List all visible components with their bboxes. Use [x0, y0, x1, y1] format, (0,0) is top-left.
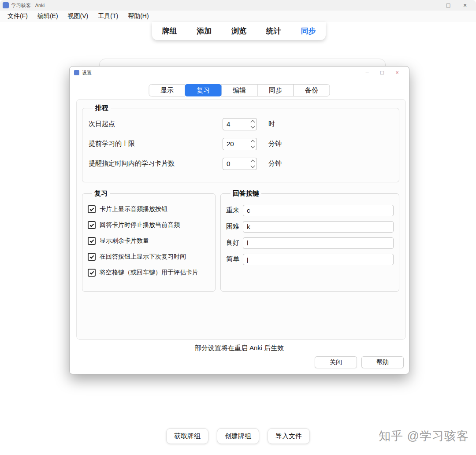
- next-day-start-label: 次日起点: [89, 120, 223, 128]
- show-audio-buttons-row: 卡片上显示音频播放按钮: [88, 201, 215, 217]
- show-remaining-count-checkbox[interactable]: [88, 237, 96, 245]
- settings-tab-edit[interactable]: 编辑: [221, 84, 258, 96]
- chevron-down-icon: [250, 144, 255, 148]
- tab-stats[interactable]: 统计: [264, 26, 284, 36]
- menu-file[interactable]: 文件(F): [3, 11, 33, 22]
- show-audio-buttons-checkbox[interactable]: [88, 205, 96, 213]
- create-deck-button[interactable]: 创建牌组: [217, 428, 259, 444]
- again-key-label: 重来: [226, 206, 243, 215]
- dialog-titlebar: 设置 – □ ×: [70, 67, 409, 79]
- watermark-text: 知乎 @学习骇客: [379, 428, 469, 444]
- easy-key-row: 简单: [226, 251, 394, 267]
- get-shared-decks-button[interactable]: 获取牌组: [166, 428, 208, 444]
- timebox-spinner[interactable]: [223, 158, 257, 170]
- dialog-maximize-icon[interactable]: □: [375, 68, 390, 77]
- main-titlebar: 学习骇客 - Anki – □ ×: [0, 0, 476, 11]
- menu-edit[interactable]: 编辑(E): [33, 11, 63, 22]
- stop-audio-on-answer-label: 回答卡片时停止播放当前音频: [100, 221, 180, 229]
- timebox-unit: 分钟: [268, 159, 282, 168]
- close-button[interactable]: 关闭: [315, 356, 357, 368]
- show-remaining-count-label: 显示剩余卡片数量: [100, 237, 149, 245]
- settings-tab-backup[interactable]: 备份: [294, 84, 330, 96]
- good-key-row: 良好: [226, 235, 394, 251]
- good-key-label: 良好: [226, 239, 243, 247]
- menu-tools[interactable]: 工具(T): [93, 11, 123, 22]
- tab-browse[interactable]: 浏览: [229, 26, 249, 36]
- timebox-row: 提醒指定时间内的学习卡片数 分钟: [89, 154, 399, 174]
- spacebar-rates-card-label: 将空格键（或回车键）用于评估卡片: [100, 269, 198, 277]
- stop-audio-on-answer-checkbox[interactable]: [88, 221, 96, 229]
- checkmark-icon: [90, 239, 94, 243]
- learn-ahead-unit: 分钟: [268, 140, 282, 148]
- spin-up-button[interactable]: [249, 158, 257, 164]
- anki-app-icon: [3, 2, 9, 8]
- restart-required-note: 部分设置将在重启 Anki 后生效: [70, 344, 409, 352]
- next-day-start-row: 次日起点 时: [89, 114, 399, 134]
- help-button[interactable]: 帮助: [361, 356, 404, 368]
- dialog-title: 设置: [82, 70, 92, 76]
- learn-ahead-spinner[interactable]: [223, 138, 257, 150]
- tab-sync[interactable]: 同步: [298, 26, 319, 36]
- hard-key-row: 困难: [226, 218, 394, 235]
- spin-up-button[interactable]: [249, 118, 257, 124]
- learn-ahead-label: 提前学习的上限: [89, 140, 223, 148]
- show-next-review-time-checkbox[interactable]: [88, 253, 96, 261]
- spin-down-button[interactable]: [249, 164, 257, 170]
- dialog-window-controls: – □ ×: [360, 68, 405, 77]
- main-window-title: 学习骇客 - Anki: [11, 2, 45, 9]
- dialog-minimize-icon[interactable]: –: [360, 68, 375, 77]
- spacebar-rates-card-row: 将空格键（或回车键）用于评估卡片: [88, 265, 215, 281]
- close-icon[interactable]: ×: [457, 0, 473, 10]
- spin-buttons: [249, 138, 257, 150]
- show-remaining-count-row: 显示剩余卡片数量: [88, 233, 215, 249]
- scheduling-group-title: 排程: [93, 104, 111, 112]
- spin-buttons: [249, 118, 257, 130]
- tab-decks[interactable]: 牌组: [159, 26, 179, 36]
- show-next-review-time-row: 在回答按钮上显示下次复习时间: [88, 249, 215, 265]
- dialog-close-icon[interactable]: ×: [390, 68, 405, 77]
- timebox-label: 提醒指定时间内的学习卡片数: [89, 159, 223, 168]
- settings-tab-review[interactable]: 复习: [185, 84, 222, 96]
- spin-down-button[interactable]: [249, 144, 257, 150]
- import-file-button[interactable]: 导入文件: [268, 428, 310, 444]
- settings-page-panel: 排程 次日起点 时 提前学习的上限: [76, 99, 406, 340]
- checkmark-icon: [90, 207, 94, 211]
- scheduling-groupbox: 排程 次日起点 时 提前学习的上限: [82, 104, 399, 182]
- review-groupbox: 复习 卡片上显示音频播放按钮 回答卡片时停止播放当前音频 显示剩余卡片数量 在回…: [82, 189, 216, 292]
- learn-ahead-input[interactable]: [223, 138, 249, 150]
- chevron-down-icon: [250, 124, 255, 128]
- tab-add[interactable]: 添加: [194, 26, 214, 36]
- easy-key-input[interactable]: [243, 254, 394, 265]
- main-window-controls: – □ ×: [423, 0, 473, 10]
- next-day-start-spinner[interactable]: [223, 118, 257, 130]
- stop-audio-on-answer-row: 回答卡片时停止播放当前音频: [88, 217, 215, 233]
- spin-up-button[interactable]: [249, 138, 257, 144]
- timebox-input[interactable]: [223, 158, 249, 170]
- hard-key-input[interactable]: [243, 221, 394, 233]
- checkmark-icon: [90, 223, 94, 227]
- menu-view[interactable]: 视图(V): [63, 11, 93, 22]
- answer-keys-group-title: 回答按键: [231, 189, 261, 198]
- learn-ahead-row: 提前学习的上限 分钟: [89, 134, 399, 154]
- settings-tab-display[interactable]: 显示: [149, 84, 186, 96]
- next-day-start-unit: 时: [268, 120, 275, 128]
- spin-buttons: [249, 158, 257, 170]
- spacebar-rates-card-checkbox[interactable]: [88, 269, 96, 277]
- next-day-start-input[interactable]: [223, 118, 249, 130]
- minimize-icon[interactable]: –: [423, 0, 440, 10]
- show-audio-buttons-label: 卡片上显示音频播放按钮: [100, 205, 167, 213]
- good-key-input[interactable]: [243, 237, 394, 249]
- hard-key-label: 困难: [226, 222, 243, 231]
- again-key-input[interactable]: [243, 205, 394, 216]
- main-tab-bar: 牌组 添加 浏览 统计 同步: [152, 22, 326, 40]
- settings-tab-bar: 显示 复习 编辑 同步 备份: [149, 84, 330, 96]
- maximize-icon[interactable]: □: [440, 0, 457, 10]
- again-key-row: 重来: [226, 202, 394, 218]
- menu-help[interactable]: 帮助(H): [123, 11, 153, 22]
- easy-key-label: 简单: [226, 255, 243, 263]
- settings-tab-sync[interactable]: 同步: [257, 84, 294, 96]
- checkmark-icon: [90, 270, 94, 275]
- spin-down-button[interactable]: [249, 124, 257, 130]
- review-group-title: 复习: [92, 189, 110, 198]
- main-menubar: 文件(F) 编辑(E) 视图(V) 工具(T) 帮助(H): [0, 11, 476, 22]
